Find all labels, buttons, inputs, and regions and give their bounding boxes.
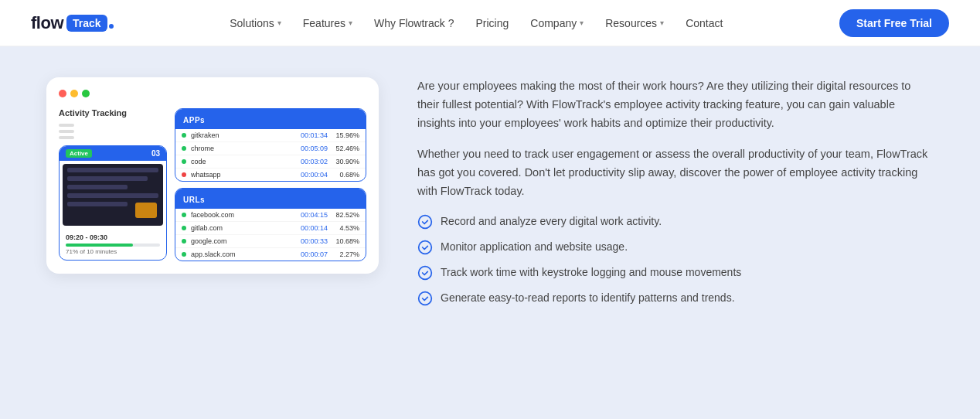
nav-item-resources[interactable]: Resources ▾ bbox=[605, 17, 664, 29]
app-time: 00:00:04 bbox=[293, 171, 328, 179]
chevron-down-icon: ▾ bbox=[660, 19, 664, 27]
url-row: google.com 00:00:33 10.68% bbox=[175, 235, 366, 248]
app-row: code 00:03:02 30.90% bbox=[175, 155, 366, 169]
url-row: app.slack.com 00:00:07 2.27% bbox=[175, 248, 366, 261]
urls-panel-header: URLs bbox=[175, 189, 366, 209]
screen-line bbox=[67, 193, 158, 198]
apps-table: gitkraken 00:01:34 15.96% chrome 00:05:0… bbox=[175, 129, 366, 181]
navbar: flow Track Solutions ▾ Features ▾ Why Fl… bbox=[0, 0, 980, 46]
mockup-sidebar: Activity Tracking Active 03 bbox=[59, 108, 167, 261]
url-name: app.slack.com bbox=[191, 250, 288, 258]
url-time: 00:00:33 bbox=[293, 237, 328, 245]
urls-panel: URLs facebook.com 00:04:15 82.52% gitlab… bbox=[175, 188, 366, 261]
url-pct: 4.53% bbox=[332, 224, 359, 232]
url-time: 00:00:07 bbox=[293, 250, 328, 258]
url-time: 00:04:15 bbox=[293, 211, 328, 219]
checklist-item-label: Monitor application and website usage. bbox=[441, 239, 628, 255]
active-card-screen bbox=[63, 164, 163, 226]
app-dot bbox=[182, 226, 186, 230]
app-time: 00:03:02 bbox=[293, 158, 328, 165]
sidebar-nav-item bbox=[59, 124, 74, 127]
app-dot bbox=[182, 239, 186, 244]
nav-item-pricing[interactable]: Pricing bbox=[475, 17, 509, 29]
url-row: gitlab.com 00:00:14 4.53% bbox=[175, 222, 366, 235]
urls-panel-title: URLs bbox=[183, 196, 205, 204]
url-name: facebook.com bbox=[191, 211, 288, 219]
app-time: 00:05:09 bbox=[293, 145, 328, 152]
active-num: 03 bbox=[151, 149, 160, 158]
app-pct: 52.46% bbox=[332, 145, 359, 152]
url-row: facebook.com 00:04:15 82.52% bbox=[175, 209, 366, 222]
url-pct: 10.68% bbox=[332, 237, 359, 245]
active-card-header: Active 03 bbox=[60, 146, 166, 161]
nav-item-contact[interactable]: Contact bbox=[686, 17, 723, 29]
app-dot bbox=[182, 133, 186, 138]
checklist-item-3: Track work time with keystroke logging a… bbox=[417, 264, 934, 281]
dot-green bbox=[82, 90, 90, 97]
app-dot bbox=[182, 159, 186, 164]
nav-item-features[interactable]: Features ▾ bbox=[303, 17, 352, 29]
sidebar-nav bbox=[59, 124, 167, 139]
logo-dot bbox=[109, 24, 114, 29]
app-row: whatsapp 00:00:04 0.68% bbox=[175, 169, 366, 181]
chevron-down-icon: ▾ bbox=[349, 19, 352, 27]
mockup-panels: APPs gitkraken 00:01:34 15.96% chrome 0 bbox=[175, 108, 366, 261]
url-name: gitlab.com bbox=[191, 224, 288, 232]
screen-line bbox=[67, 202, 128, 206]
time-range: 09:20 - 09:30 bbox=[66, 233, 160, 241]
nav-item-solutions[interactable]: Solutions ▾ bbox=[230, 17, 281, 29]
progress-label: 71% of 10 minutes bbox=[66, 248, 160, 255]
svg-point-3 bbox=[419, 291, 432, 305]
svg-point-0 bbox=[419, 215, 432, 228]
ui-mockup: Activity Tracking Active 03 bbox=[46, 77, 379, 274]
start-free-trial-button[interactable]: Start Free Trial bbox=[839, 9, 949, 37]
app-name: whatsapp bbox=[191, 171, 288, 179]
paragraph-1: Are your employees making the most of th… bbox=[417, 77, 934, 133]
progress-bar-fill bbox=[66, 244, 133, 247]
logo-flow-text: flow bbox=[31, 13, 63, 33]
active-badge: Active bbox=[66, 149, 92, 158]
svg-point-1 bbox=[419, 240, 432, 254]
checklist-item-label: Track work time with keystroke logging a… bbox=[441, 264, 741, 281]
chevron-down-icon: ▾ bbox=[580, 19, 584, 27]
app-row: gitkraken 00:01:34 15.96% bbox=[175, 129, 366, 142]
active-card-footer: 09:20 - 09:30 71% of 10 minutes bbox=[60, 229, 166, 260]
logo[interactable]: flow Track bbox=[31, 13, 114, 33]
mockup-inner: Activity Tracking Active 03 bbox=[59, 108, 366, 261]
app-pct: 15.96% bbox=[332, 131, 359, 139]
screen-line bbox=[67, 168, 158, 172]
dot-red bbox=[59, 90, 66, 97]
nav-item-company[interactable]: Company ▾ bbox=[530, 17, 584, 29]
text-content: Are your employees making the most of th… bbox=[417, 77, 934, 306]
window-dots bbox=[59, 90, 366, 97]
apps-panel-title: APPs bbox=[183, 116, 205, 124]
checklist-item-4: Generate easy-to-read reports to identif… bbox=[417, 290, 934, 306]
sidebar-nav-item bbox=[59, 136, 74, 139]
url-time: 00:00:14 bbox=[293, 224, 328, 232]
checklist: Record and analyze every digital work ac… bbox=[417, 213, 934, 306]
apps-panel: APPs gitkraken 00:01:34 15.96% chrome 0 bbox=[175, 108, 366, 182]
active-card: Active 03 09:20 - 09:30 bbox=[59, 145, 167, 261]
svg-point-2 bbox=[419, 266, 432, 279]
url-pct: 2.27% bbox=[332, 250, 359, 258]
screen-highlight bbox=[135, 203, 157, 218]
app-dot bbox=[182, 213, 186, 217]
app-row: chrome 00:05:09 52.46% bbox=[175, 142, 366, 155]
apps-panel-header: APPs bbox=[175, 109, 366, 129]
check-circle-icon bbox=[417, 291, 433, 306]
urls-table: facebook.com 00:04:15 82.52% gitlab.com … bbox=[175, 209, 366, 261]
checklist-item-label: Record and analyze every digital work ac… bbox=[441, 213, 662, 230]
app-dot bbox=[182, 172, 186, 177]
app-pct: 30.90% bbox=[332, 158, 359, 165]
nav-item-why-flowtrack[interactable]: Why Flowtrack ? bbox=[374, 17, 454, 29]
dot-yellow bbox=[70, 90, 78, 97]
app-dot bbox=[182, 146, 186, 151]
screen-line bbox=[67, 185, 128, 189]
check-circle-icon bbox=[417, 240, 433, 255]
app-name: gitkraken bbox=[191, 131, 288, 139]
url-pct: 82.52% bbox=[332, 211, 359, 219]
app-pct: 0.68% bbox=[332, 171, 359, 179]
app-dot bbox=[182, 252, 186, 257]
main-section: Activity Tracking Active 03 bbox=[0, 46, 980, 419]
checklist-item-2: Monitor application and website usage. bbox=[417, 239, 934, 255]
